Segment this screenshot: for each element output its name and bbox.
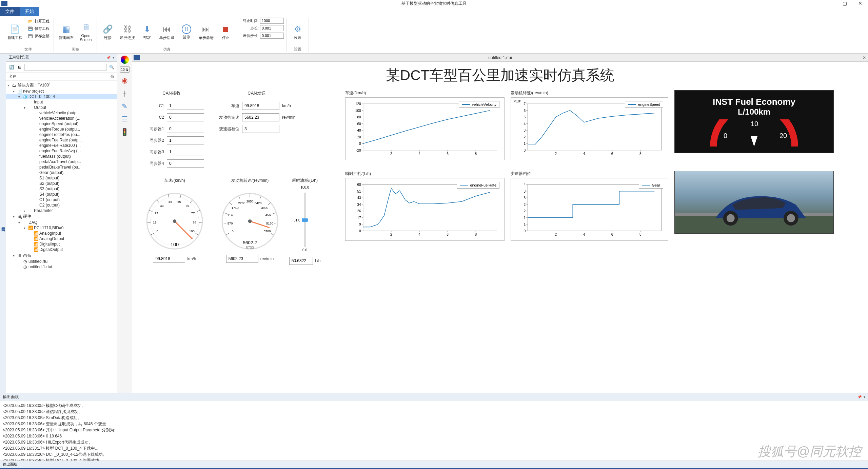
settings-button[interactable]: ⚙设置	[290, 18, 306, 46]
output-log[interactable]: <2023.05.09 16:33:05> 模型C代码生成成功。<2023.05…	[0, 401, 868, 461]
svg-line-85	[229, 202, 232, 205]
step-back-button[interactable]: ⏮单步后退	[157, 18, 176, 46]
search-icon[interactable]: 🔍	[108, 64, 115, 71]
minimize-button[interactable]: —	[821, 0, 837, 7]
svg-point-158	[727, 214, 735, 222]
tree-node[interactable]: engineTrottlePos (ou...	[6, 132, 117, 137]
can-c1-input[interactable]	[167, 102, 204, 110]
close-button[interactable]: ✕	[852, 0, 868, 7]
slider-thumb-icon[interactable]	[302, 218, 308, 222]
can-sync4-input[interactable]	[167, 159, 204, 168]
tree-node[interactable]: S4 (output)	[6, 192, 117, 197]
collapse-icon[interactable]: ⊟	[16, 64, 23, 71]
tree-node[interactable]: engineFuelRate (outp...	[6, 137, 117, 143]
tree-node[interactable]: ▾🗂解决方案："V100"	[6, 82, 117, 89]
stop-button[interactable]: ⏹停止	[218, 18, 234, 46]
save-project-button[interactable]: 💾保存工程	[26, 25, 51, 32]
tree-node[interactable]: 📶AnalogOutput	[6, 236, 117, 241]
tree-node[interactable]: ▾Output	[6, 105, 117, 110]
tree-node[interactable]: ▾🧊DCT_0_100_4	[6, 94, 117, 99]
window-controls: — ▢ ✕	[821, 0, 868, 7]
fuel-slider[interactable]: 51.0	[304, 193, 306, 247]
comm-step-input[interactable]	[260, 33, 284, 39]
gauge-panel: 车速/(km/h) 01122334455667788100 100 km/h	[139, 178, 339, 265]
tree-node[interactable]: pedalBrakeTravel (ou...	[6, 164, 117, 170]
tree-node[interactable]: engineFuelRateAvg (...	[6, 148, 117, 154]
disconnect-button[interactable]: ⛓断开连接	[118, 18, 137, 46]
tree-node[interactable]: 📶DigitalOutput	[6, 247, 117, 252]
svg-line-71	[199, 222, 202, 223]
tree-node[interactable]: ▸Parameter	[6, 208, 117, 213]
new-project-button[interactable]: 📄 新建工程	[5, 18, 24, 46]
step-input[interactable]	[260, 25, 284, 31]
dropdown-icon[interactable]: ▾	[113, 56, 114, 59]
tree-node[interactable]: ▾🔌硬件	[6, 213, 117, 220]
svg-text:1710: 1710	[232, 206, 239, 210]
tree-node[interactable]: pedalAccTravel (outp...	[6, 159, 117, 164]
fuel-slider-value[interactable]	[289, 257, 313, 265]
can-sync3-input[interactable]	[167, 148, 204, 156]
tree-node[interactable]: ◷untitled-1.rtui	[6, 264, 117, 270]
tree-node[interactable]: vehicleVelocity (outp...	[6, 110, 117, 116]
rpm-gauge-value[interactable]	[226, 255, 258, 263]
refresh-icon[interactable]: 🔄	[8, 64, 15, 71]
tree-node[interactable]: ▾📄new project	[6, 89, 117, 94]
tree-node[interactable]: engineTorque (outpu...	[6, 126, 117, 132]
tree-node[interactable]: S2 (output)	[6, 181, 117, 186]
tree-node[interactable]: ▾🖥画布	[6, 252, 117, 259]
sidebar-tab-browser[interactable]: 工程浏览器	[0, 54, 6, 393]
end-time-input[interactable]	[260, 18, 284, 24]
canvas-close-icon[interactable]: ✕	[863, 55, 866, 60]
browser-search-input[interactable]	[24, 64, 107, 71]
pin-icon[interactable]: 📌	[106, 56, 111, 59]
open-screen-button[interactable]: 🖥 Open Screen	[78, 18, 94, 46]
bottom-tab-output[interactable]: 输出面板	[3, 462, 18, 467]
gauge-tool-icon[interactable]: ◉	[120, 75, 130, 85]
svg-rect-24	[363, 104, 497, 150]
maximize-button[interactable]: ▢	[837, 0, 852, 7]
palette-tool-icon[interactable]	[121, 56, 129, 64]
pause-button[interactable]: ⏸暂停	[178, 18, 195, 46]
pin-icon[interactable]: 📌	[857, 395, 862, 399]
new-canvas-button[interactable]: ▦ 新建画布	[57, 18, 76, 46]
dropdown-icon[interactable]: ▾	[864, 395, 865, 399]
tree-node[interactable]: C2 (output)	[6, 202, 117, 208]
tab-start[interactable]: 开始	[20, 7, 39, 16]
tree-node[interactable]: ▾📶PCI-1710,BID#0	[6, 225, 117, 231]
page-title: 某DCT车型百公里加速实时仿真系统	[139, 66, 861, 85]
can-gear-input[interactable]	[242, 125, 279, 133]
edit-tool-icon[interactable]: ✎	[120, 101, 130, 111]
tree-node[interactable]: C1 (output)	[6, 197, 117, 202]
slider-tool-icon[interactable]: ⟊	[120, 88, 130, 98]
numeric-tool-icon[interactable]: 10 ⇅	[120, 66, 130, 73]
list-tool-icon[interactable]: ☰	[120, 114, 130, 124]
tree-node[interactable]: fuelMass (output)	[6, 154, 117, 159]
deploy-button[interactable]: ⬇部署	[139, 18, 155, 46]
can-speed-input[interactable]	[242, 102, 279, 110]
can-sync2-input[interactable]	[167, 136, 204, 144]
tree-node[interactable]: ▾DAQ	[6, 220, 117, 225]
speed-gauge-value[interactable]	[153, 255, 185, 263]
can-sync1-input[interactable]	[167, 125, 204, 133]
step-fwd-button[interactable]: ⏭单步前进	[197, 18, 216, 46]
tab-file[interactable]: 文件	[0, 7, 20, 16]
svg-text:2: 2	[555, 233, 557, 236]
traffic-tool-icon[interactable]: 🚦	[120, 127, 130, 137]
tree-node[interactable]: ◷untitled.rtui	[6, 259, 117, 264]
project-tree[interactable]: ▾🗂解决方案："V100"▾📄new project▾🧊DCT_0_100_4I…	[6, 81, 117, 393]
svg-text:3: 3	[524, 196, 526, 200]
tree-node[interactable]: engineSpeed (output)	[6, 121, 117, 126]
tree-node[interactable]: S1 (output)	[6, 175, 117, 181]
can-c2-input[interactable]	[167, 113, 204, 121]
tree-node[interactable]: Input	[6, 99, 117, 105]
tree-node[interactable]: engineFuelRate100 (...	[6, 143, 117, 148]
tree-node[interactable]: S3 (output)	[6, 186, 117, 192]
can-rpm-input[interactable]	[242, 113, 279, 121]
save-all-button[interactable]: 💾保存全部	[26, 33, 51, 39]
tree-node[interactable]: 📶AnalogInput	[6, 231, 117, 236]
tree-node[interactable]: vehicleAcceleration (...	[6, 116, 117, 121]
tree-node[interactable]: 📶DigitalInput	[6, 241, 117, 247]
open-project-button[interactable]: 📂打开工程	[26, 18, 51, 24]
connect-button[interactable]: 🔗连接	[100, 18, 116, 46]
tree-node[interactable]: Gear (output)	[6, 170, 117, 175]
